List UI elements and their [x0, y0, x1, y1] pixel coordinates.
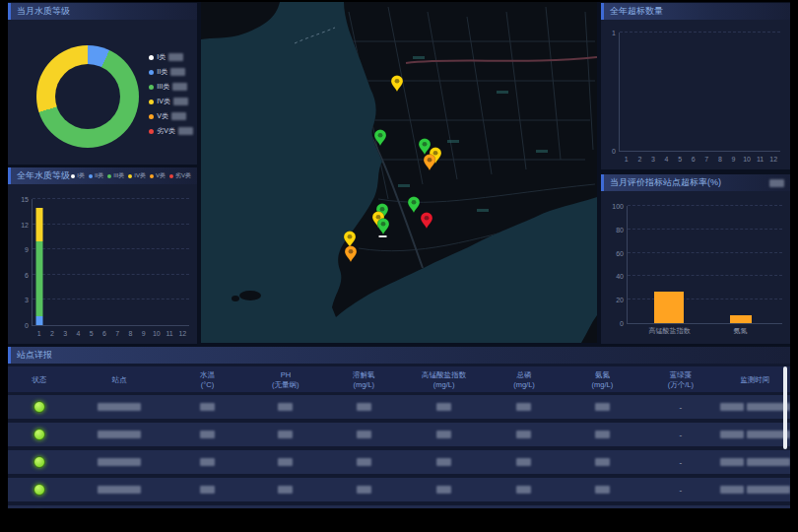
table-cell	[403, 458, 485, 466]
table-row[interactable]: -	[8, 450, 790, 474]
algae-value: -	[679, 403, 682, 412]
table-cell	[325, 458, 403, 466]
redacted-value	[436, 458, 451, 466]
table-row[interactable]: -	[8, 395, 790, 419]
grid-line	[33, 248, 189, 249]
column-unit: (°C)	[201, 380, 214, 389]
pin-icon	[344, 245, 357, 262]
column-unit: (无量纲)	[272, 380, 299, 389]
table-cell	[246, 431, 324, 438]
stacked-bar-segment	[35, 316, 42, 325]
grid-line	[33, 274, 189, 275]
column-header: PH(无量纲)	[246, 370, 324, 389]
redacted-value	[200, 486, 215, 494]
legend-item: IV类	[128, 171, 146, 180]
column-label: 水温	[200, 370, 215, 379]
table-cell: -	[641, 486, 719, 495]
table-cell	[325, 431, 403, 438]
column-label: 溶解氧	[353, 370, 375, 379]
table-cell	[485, 403, 563, 411]
grid-line	[628, 252, 782, 253]
map[interactable]	[201, 2, 597, 343]
pin-icon	[421, 212, 433, 229]
table-cell	[719, 403, 789, 411]
legend-item: III类	[107, 171, 124, 180]
redacted-value	[200, 431, 215, 438]
redacted-value	[595, 431, 610, 438]
legend-swatch	[150, 174, 154, 178]
map-marker[interactable]	[407, 196, 420, 213]
legend-item: I类	[149, 52, 193, 62]
x-axis-tick: 8	[718, 156, 722, 163]
panel-year-quality-header: 全年水质等级 I类II类III类IV类V类劣V类	[8, 167, 197, 184]
legend-swatch	[89, 174, 93, 178]
y-axis-tick: 40	[616, 273, 624, 280]
x-axis-tick: 9	[732, 156, 736, 163]
table-scrollbar[interactable]	[783, 366, 787, 449]
redacted-value	[357, 486, 371, 494]
x-axis-tick: 6	[692, 156, 696, 163]
legend-swatch	[149, 70, 154, 75]
table-cell: -	[641, 431, 719, 439]
table-cell	[564, 486, 641, 494]
redacted-date	[720, 431, 744, 438]
legend-label: V类	[157, 111, 168, 121]
column-header: 站点	[71, 375, 168, 384]
month-exceed-rate-plot: 020406080100高锰酸盐指数氨氮	[627, 206, 782, 324]
x-axis-tick: 11	[166, 330, 172, 337]
pin-icon	[407, 196, 420, 213]
grid-line	[628, 275, 782, 276]
table-cell	[246, 403, 324, 411]
dashboard: 当月水质等级 I类II类III类IV类V类劣V类 全年水质等级 I类II类III…	[8, 2, 790, 508]
table-cell: -	[641, 403, 719, 412]
redacted-legend-value	[173, 98, 188, 105]
column-label: 高锰酸盐指数	[422, 370, 466, 379]
x-axis-tick: 10	[153, 330, 161, 337]
x-axis-tick: 5	[90, 330, 94, 337]
table-cell	[168, 431, 246, 438]
map-marker[interactable]	[423, 154, 435, 170]
legend-swatch	[149, 85, 154, 90]
column-unit: (万个/L)	[668, 380, 694, 389]
table-cell	[719, 431, 789, 438]
legend-label: V类	[156, 171, 166, 180]
stacked-bar-segment	[35, 241, 42, 317]
x-axis-tick: 5	[678, 156, 682, 163]
table-cell	[8, 429, 71, 440]
column-unit: (mg/L)	[353, 380, 374, 389]
algae-value: -	[679, 486, 682, 495]
legend-swatch	[149, 100, 154, 104]
column-header: 监测时间	[719, 375, 789, 384]
legend-item: II类	[89, 171, 103, 180]
redacted-value	[278, 431, 293, 438]
legend-label: IV类	[157, 97, 170, 106]
redacted-value	[436, 403, 451, 411]
legend-swatch	[128, 174, 132, 178]
redacted-value	[200, 403, 215, 411]
panel-year-quality: 全年水质等级 I类II类III类IV类V类劣V类 036912151234567…	[8, 167, 197, 344]
table-row[interactable]: -	[8, 478, 790, 501]
pin-icon	[390, 75, 403, 92]
y-axis-tick: 0	[620, 320, 624, 327]
legend-item: 劣V类	[149, 126, 193, 136]
column-header: 氨氮(mg/L)	[564, 370, 641, 389]
map-marker[interactable]	[421, 212, 433, 229]
redacted-value	[516, 431, 531, 438]
x-axis-tick: 4	[665, 156, 669, 163]
bar	[654, 292, 684, 323]
table-cell	[71, 458, 168, 466]
map-marker[interactable]	[376, 218, 389, 234]
month-quality-donut	[36, 45, 139, 148]
map-marker[interactable]	[390, 75, 403, 92]
legend-label: I类	[157, 52, 166, 62]
redacted-legend-value	[172, 83, 187, 91]
column-label: 氨氮	[595, 370, 610, 379]
redacted-value	[357, 458, 371, 466]
redacted-value	[595, 486, 610, 494]
redacted-legend-value	[168, 53, 183, 61]
map-marker[interactable]	[374, 129, 387, 146]
year-exceed-plot: 01123456789101112	[619, 33, 780, 152]
table-row[interactable]: -	[8, 423, 790, 446]
map-marker[interactable]	[344, 245, 357, 262]
x-axis-tick: 12	[769, 156, 777, 163]
